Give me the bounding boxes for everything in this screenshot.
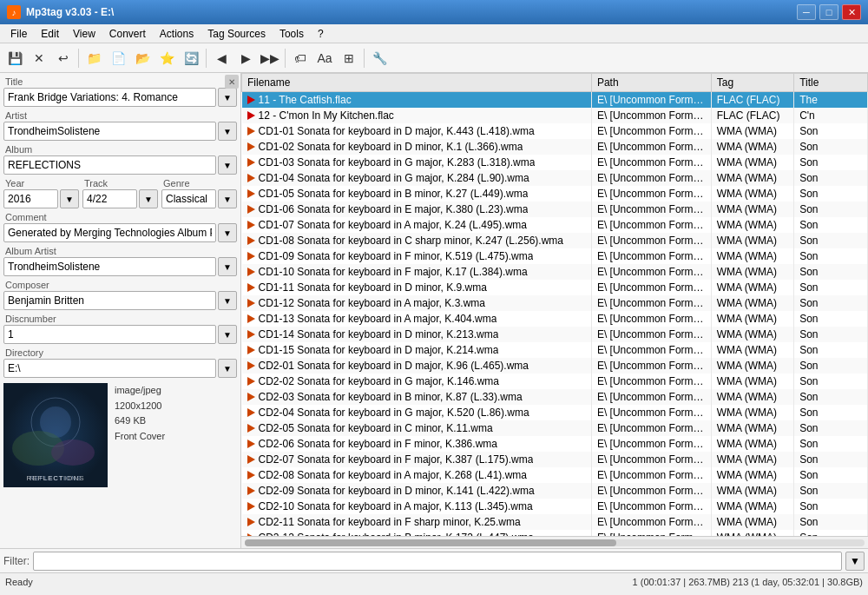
prev-button[interactable]: ◀ [210,47,233,69]
table-row[interactable]: CD1-14 Sonata for keyboard in D minor, K… [242,327,868,342]
title-input[interactable] [3,88,216,107]
table-row[interactable]: CD1-13 Sonata for keyboard in A major, K… [242,311,868,327]
comment-input[interactable] [3,223,216,242]
file-cell-filename: CD1-04 Sonata for keyboard in G major, K… [242,170,592,186]
table-row[interactable]: CD1-01 Sonata for keyboard in D major, K… [242,123,868,139]
table-row[interactable]: 12 - C'mon In My Kitchen.flac E\ [Uncomm… [242,108,868,123]
genre-input[interactable] [161,189,216,208]
year-dropdown-btn[interactable]: ▼ [60,189,79,208]
file-cell-filename: CD1-03 Sonata for keyboard in G major, K… [242,155,592,170]
next-button[interactable]: ▶▶ [259,47,281,69]
table-row[interactable]: CD2-11 Sonata for keyboard in F sharp mi… [242,514,868,530]
genre-dropdown-btn[interactable]: ▼ [218,189,237,208]
star-button[interactable]: ⭐ [155,47,178,69]
genre-label: Genre [161,178,237,188]
album-artist-input[interactable] [3,257,216,276]
table-row[interactable]: 11 - The Catfish.flac E\ [Uncommon Forma… [242,92,868,109]
table-row[interactable]: CD2-12 Sonata for keyboard in B minor, K… [242,530,868,536]
artist-dropdown-btn[interactable]: ▼ [218,122,237,141]
year-input[interactable] [3,189,58,208]
left-panel-close[interactable]: ✕ [225,75,239,89]
filter-input[interactable] [33,552,842,571]
close-button[interactable]: ✕ [842,4,861,20]
col-header-title[interactable]: Title [794,74,868,92]
filter-label: Filter: [3,555,30,567]
table-row[interactable]: CD2-01 Sonata for keyboard in D major, K… [242,358,868,374]
album-artist-dropdown-btn[interactable]: ▼ [218,257,237,276]
file-cell-filename: CD1-10 Sonata for keyboard in F major, K… [242,264,592,280]
table-row[interactable]: CD1-02 Sonata for keyboard in D minor, K… [242,139,868,155]
table-row[interactable]: CD1-09 Sonata for keyboard in F minor, K… [242,248,868,264]
table-row[interactable]: CD2-05 Sonata for keyboard in C minor, K… [242,420,868,436]
table-row[interactable]: CD1-15 Sonata for keyboard in D major, K… [242,342,868,358]
artist-input[interactable] [3,122,216,141]
open-button[interactable]: 📂 [131,47,154,69]
composer-dropdown-btn[interactable]: ▼ [218,291,237,310]
file-cell-path: E\ [Uncommon Forma... [591,108,711,123]
menu-actions[interactable]: Actions [153,26,201,42]
col-header-path[interactable]: Path [591,74,711,92]
table-row[interactable]: CD2-02 Sonata for keyboard in G major, K… [242,374,868,389]
file-cell-tag: FLAC (FLAC) [711,108,793,123]
refresh-button[interactable]: 🔄 [180,47,202,69]
directory-input[interactable] [3,359,216,378]
case-button[interactable]: Aa [313,47,336,69]
file-list-scroll[interactable]: Filename Path Tag Title 11 - The Catfish… [241,73,868,536]
horizontal-scrollbar[interactable] [241,536,868,548]
filename-text: 11 - The Catfish.flac [259,94,352,106]
expand-button[interactable]: ⊞ [338,47,360,69]
table-row[interactable]: CD2-03 Sonata for keyboard in B minor, K… [242,389,868,405]
table-row[interactable]: CD1-10 Sonata for keyboard in F major, K… [242,264,868,280]
table-row[interactable]: CD2-08 Sonata for keyboard in A major, K… [242,467,868,483]
menu-help[interactable]: ? [311,26,331,42]
menu-tools[interactable]: Tools [273,26,311,42]
maximize-button[interactable]: □ [819,4,838,20]
play-button[interactable]: ▶ [234,47,257,69]
table-row[interactable]: CD1-07 Sonata for keyboard in A major, K… [242,217,868,233]
directory-dropdown-btn[interactable]: ▼ [218,359,237,378]
open-dir-button[interactable]: 📁 [82,47,105,69]
table-row[interactable]: CD1-06 Sonata for keyboard in E major, K… [242,202,868,217]
table-row[interactable]: CD2-09 Sonata for keyboard in D minor, K… [242,483,868,499]
composer-input[interactable] [3,291,216,310]
menu-file[interactable]: File [3,26,34,42]
col-header-tag[interactable]: Tag [711,74,793,92]
table-row[interactable]: CD2-06 Sonata for keyboard in F minor, K… [242,436,868,452]
menu-tag-sources[interactable]: Tag Sources [201,26,273,42]
table-row[interactable]: CD1-08 Sonata for keyboard in C sharp mi… [242,233,868,248]
title-dropdown-btn[interactable]: ▼ [218,88,237,107]
menu-view[interactable]: View [66,26,102,42]
table-row[interactable]: CD2-04 Sonata for keyboard in G major, K… [242,405,868,420]
toolbar-sep-1 [78,49,79,68]
tag-button[interactable]: 🏷 [289,47,312,69]
undo-button[interactable]: ↩ [52,47,75,69]
file-cell-path: E\ [Uncommon Forma... [591,123,711,139]
table-row[interactable]: CD1-04 Sonata for keyboard in G major, K… [242,170,868,186]
save-button[interactable]: 💾 [3,47,26,69]
table-row[interactable]: CD1-05 Sonata for keyboard in B minor, K… [242,186,868,202]
discnumber-input[interactable] [3,325,216,344]
menu-edit[interactable]: Edit [34,26,66,42]
table-row[interactable]: CD2-10 Sonata for keyboard in A major, K… [242,499,868,514]
track-input[interactable] [82,189,137,208]
track-dropdown-btn[interactable]: ▼ [139,189,158,208]
album-input[interactable] [3,155,216,175]
cover-image: REFLECTIONS [3,383,108,487]
year-field-group: Year ▼ [3,178,79,208]
file-cell-title: C'n [794,108,868,123]
properties-button[interactable]: 🔧 [368,47,391,69]
table-row[interactable]: CD1-03 Sonata for keyboard in G major, K… [242,155,868,170]
minimize-button[interactable]: ─ [797,4,816,20]
remove-button[interactable]: ✕ [28,47,50,69]
table-row[interactable]: CD1-11 Sonata for keyboard in D minor, K… [242,280,868,295]
table-row[interactable]: CD2-07 Sonata for keyboard in F major, K… [242,452,868,467]
album-dropdown-btn[interactable]: ▼ [218,155,237,175]
table-row[interactable]: CD1-12 Sonata for keyboard in A major, K… [242,295,868,311]
discnumber-dropdown-btn[interactable]: ▼ [218,325,237,344]
menu-convert[interactable]: Convert [102,26,153,42]
col-header-filename[interactable]: Filename [242,74,592,92]
comment-dropdown-btn[interactable]: ▼ [218,223,237,242]
open-files-button[interactable]: 📄 [107,47,129,69]
filter-clear-btn[interactable]: ▼ [845,552,865,571]
file-cell-path: E\ [Uncommon Forma... [591,280,711,295]
